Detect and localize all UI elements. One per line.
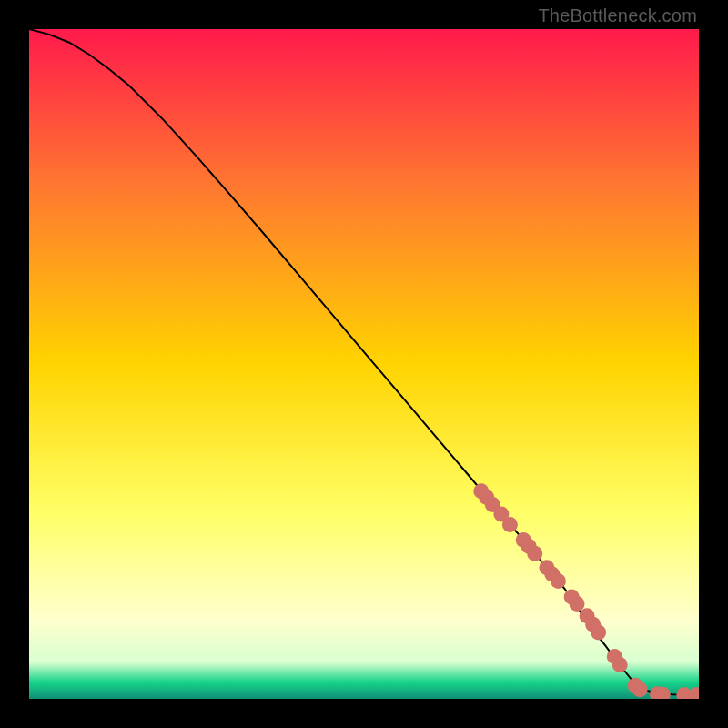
data-marker — [612, 657, 628, 672]
gradient-background — [29, 29, 699, 699]
data-marker — [527, 546, 542, 561]
data-marker — [502, 517, 518, 532]
data-marker — [591, 625, 606, 641]
data-marker — [570, 596, 585, 612]
chart-frame — [29, 29, 699, 699]
chart-plot — [29, 29, 699, 699]
data-marker — [632, 682, 648, 697]
watermark-text: TheBottleneck.com — [538, 5, 697, 26]
data-marker — [551, 573, 566, 589]
